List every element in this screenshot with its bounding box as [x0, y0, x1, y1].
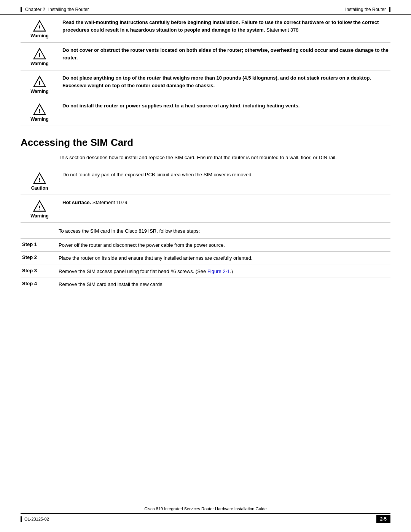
step-label-3: Step 3 — [21, 265, 57, 278]
caution-icon-col: ! Caution — [21, 171, 59, 191]
warning-icon-4: ! — [33, 103, 46, 116]
header-left: Chapter 2 Installing the Router — [21, 7, 89, 12]
step-label-2: Step 2 — [21, 252, 57, 265]
warning-icon-2: ! — [33, 47, 46, 60]
warning-icon-col-1: ! Warning — [21, 19, 59, 38]
header-right: Installing the Router — [345, 7, 390, 12]
svg-text:!: ! — [38, 80, 40, 86]
caution-icon: ! — [33, 172, 46, 185]
chapter-title: Installing the Router — [48, 7, 89, 12]
steps-table: Step 1 Power off the router and disconne… — [21, 238, 390, 291]
caution-text: Do not touch any part of the exposed PCB… — [59, 171, 390, 179]
footer-left-bar — [21, 516, 22, 522]
warning-label-3: Warning — [30, 89, 49, 94]
step-text-1: Power off the router and disconnect the … — [59, 242, 225, 248]
step-content-3: Remove the SIM access panel using four f… — [57, 265, 390, 278]
warning-icon-col-3: ! Warning — [21, 74, 59, 94]
svg-text:!: ! — [38, 24, 40, 30]
warning-label-4: Warning — [30, 117, 49, 122]
warning-text-1: Read the wall-mounting instructions care… — [59, 19, 390, 34]
warning-row-2: ! Warning Do not cover or obstruct the r… — [21, 43, 390, 70]
caution-label: Caution — [31, 185, 48, 191]
warning-label-1: Warning — [30, 33, 49, 38]
table-row: Step 2 Place the router on its side and … — [21, 252, 390, 265]
warning-icon-col-2: ! Warning — [21, 46, 59, 66]
figure-link[interactable]: Figure 2-1 — [207, 268, 230, 274]
warning-text-2: Do not cover or obstruct the router vent… — [59, 46, 390, 61]
svg-text:!: ! — [38, 107, 40, 114]
warning-row-4: ! Warning Do not install the router or p… — [21, 98, 390, 126]
warning-icon-col-4: ! Warning — [21, 102, 59, 122]
footer-bottom: OL-23125-02 2-5 — [21, 513, 390, 523]
warning-hot-icon-col: ! Warning — [21, 199, 59, 219]
warning-icon-3: ! — [33, 75, 46, 88]
step-text-3-after: .) — [230, 268, 233, 274]
warning-row-3: ! Warning Do not place anything on top o… — [21, 70, 390, 98]
footer-left-label: OL-23125-02 — [24, 517, 49, 521]
page-footer: Cisco 819 Integrated Services Router Har… — [0, 506, 411, 523]
header-right-title: Installing the Router — [345, 7, 386, 12]
warning-hot-label: Warning — [30, 213, 49, 219]
warning-label-2: Warning — [30, 61, 49, 66]
page-header: Chapter 2 Installing the Router Installi… — [0, 0, 411, 15]
footer-left: OL-23125-02 — [21, 516, 49, 522]
steps-intro: To access the SIM card in the Cisco 819 … — [59, 227, 390, 238]
page-container: Chapter 2 Installing the Router Installi… — [0, 0, 411, 532]
step-label-4: Step 4 — [21, 278, 57, 291]
warning-hot-icon: ! — [33, 200, 46, 212]
warning-icon-1: ! — [33, 19, 46, 32]
footer-center-text: Cisco 819 Integrated Services Router Har… — [21, 506, 390, 511]
warning-hot-row: ! Warning Hot surface. Statement 1079 — [21, 195, 390, 223]
header-right-bar — [389, 7, 390, 12]
step-text-4: Remove the SIM card and install the new … — [59, 281, 164, 287]
svg-text:!: ! — [38, 204, 40, 210]
content-area: ! Warning Read the wall-mounting instruc… — [0, 15, 411, 291]
warning-text-4: Do not install the router or power suppl… — [59, 102, 390, 110]
chapter-label: Chapter 2 — [25, 7, 45, 12]
svg-text:!: ! — [38, 52, 40, 58]
step-text-2: Place the router on its side and ensure … — [59, 255, 252, 261]
step-label-1: Step 1 — [21, 238, 57, 252]
footer-page-number: 2-5 — [376, 515, 390, 523]
warning-hot-text: Hot surface. Statement 1079 — [59, 199, 390, 206]
header-left-bar — [21, 7, 22, 12]
step-text-3: Remove the SIM access panel using four f… — [59, 268, 207, 274]
step-content-4: Remove the SIM card and install the new … — [57, 278, 390, 291]
table-row: Step 3 Remove the SIM access panel using… — [21, 265, 390, 278]
step-content-2: Place the router on its side and ensure … — [57, 252, 390, 265]
warning-row-1: ! Warning Read the wall-mounting instruc… — [21, 15, 390, 43]
section-intro: This section describes how to install an… — [21, 154, 390, 162]
footer-right: 2-5 — [376, 515, 390, 523]
caution-row: ! Caution Do not touch any part of the e… — [21, 167, 390, 195]
step-content-1: Power off the router and disconnect the … — [57, 238, 390, 252]
table-row: Step 1 Power off the router and disconne… — [21, 238, 390, 252]
section-heading: Accessing the SIM Card — [21, 137, 390, 149]
warning-text-3: Do not place anything on top of the rout… — [59, 74, 390, 89]
svg-text:!: ! — [38, 176, 40, 182]
table-row: Step 4 Remove the SIM card and install t… — [21, 278, 390, 291]
